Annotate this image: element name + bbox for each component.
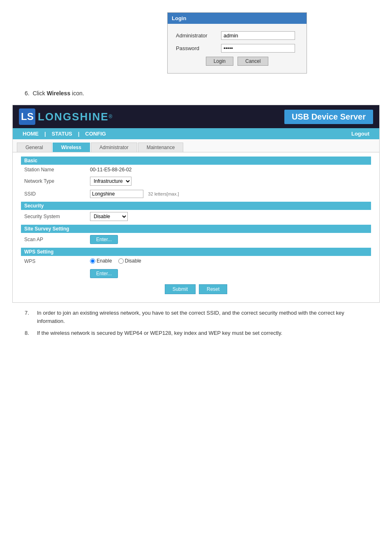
step8-text: If the wireless network is secured by WE… — [37, 329, 282, 338]
step7: 7. In order to join an existing wireless… — [25, 309, 367, 326]
nav-config[interactable]: CONFIG — [79, 128, 112, 139]
basic-table: Station Name 00-11-E5-88-26-02 Network T… — [21, 165, 371, 200]
steps-section: 7. In order to join an existing wireless… — [0, 303, 392, 347]
password-row: Password — [176, 44, 298, 53]
scan-ap-label: Scan AP — [21, 233, 87, 246]
reset-button[interactable]: Reset — [199, 284, 227, 294]
tab-wireless[interactable]: Wireless — [53, 143, 90, 152]
step8: 8. If the wireless network is secured by… — [25, 329, 367, 338]
administrator-label: Administrator — [176, 32, 221, 39]
wps-enable-label[interactable]: Enable — [90, 258, 112, 264]
wps-row: WPS Enable Disable — [21, 256, 371, 267]
station-name-row: Station Name 00-11-E5-88-26-02 — [21, 165, 371, 175]
nav-status[interactable]: STATUS — [46, 128, 78, 139]
wps-enable-radio[interactable] — [90, 258, 95, 264]
wps-enter-button[interactable]: Enter... — [90, 269, 118, 278]
wps-enter-spacer — [21, 267, 87, 280]
section-wps-header: WPS Setting — [21, 248, 371, 256]
cancel-button[interactable]: Cancel — [238, 57, 268, 66]
section-security-header: Security — [21, 202, 371, 210]
security-table: Security System Disable WEP64 WEP128 WPA… — [21, 210, 371, 223]
login-box: Login Administrator Password Login Cance… — [167, 12, 307, 74]
submit-button[interactable]: Submit — [165, 284, 196, 294]
usb-device-server-title: USB Device Server — [284, 110, 373, 124]
step6-prefix: Click — [32, 90, 46, 97]
nav-logout[interactable]: Logout — [346, 128, 375, 139]
tab-administrator[interactable]: Administrator — [91, 143, 137, 152]
wps-disable-radio[interactable] — [118, 258, 124, 264]
step8-num: 8. — [25, 329, 33, 338]
ssid-label: SSID — [21, 188, 87, 200]
wps-enable-text: Enable — [97, 258, 112, 264]
password-label: Password — [176, 45, 221, 51]
ssid-input[interactable] — [90, 190, 143, 198]
nav-home[interactable]: HOME — [17, 128, 44, 139]
station-name-label: Station Name — [21, 165, 87, 175]
network-type-label: Network Type — [21, 175, 87, 188]
login-section: Login Administrator Password Login Cance… — [0, 12, 392, 74]
logo-area: LS LONGSHINE® — [19, 108, 112, 125]
step6-suffix: icon. — [70, 90, 84, 97]
nav-bar: HOME | STATUS | CONFIG Logout — [13, 128, 379, 139]
security-system-row: Security System Disable WEP64 WEP128 WPA… — [21, 210, 371, 223]
wps-enter-row: Enter... — [21, 267, 371, 280]
admin-input[interactable] — [221, 31, 295, 40]
ssid-hint: 32 letters[max.] — [148, 191, 179, 196]
scan-ap-row: Scan AP Enter... — [21, 233, 371, 246]
section-site-survey-header: Site Survey Setting — [21, 225, 371, 233]
wps-label: WPS — [21, 256, 87, 267]
login-button[interactable]: Login — [206, 57, 233, 66]
wps-table: WPS Enable Disable Enter... — [21, 256, 371, 280]
step6-text: 6. Click Wireless icon. — [0, 86, 392, 105]
panel-header: LS LONGSHINE® USB Device Server — [13, 105, 379, 128]
tabs-row: General Wireless Administrator Maintenan… — [13, 139, 379, 152]
security-system-select[interactable]: Disable WEP64 WEP128 WPA-PSK WPA2-PSK — [90, 212, 128, 221]
step7-num: 7. — [25, 309, 33, 326]
section-basic-header: Basic — [21, 157, 371, 165]
wps-disable-label[interactable]: Disable — [118, 258, 141, 264]
ssid-row: SSID 32 letters[max.] — [21, 188, 371, 200]
step6-wireless: Wireless — [47, 90, 70, 97]
tab-maintenance[interactable]: Maintenance — [138, 143, 184, 152]
content-area: Basic Station Name 00-11-E5-88-26-02 Net… — [13, 152, 379, 302]
step7-text: In order to join an existing wireless ne… — [37, 309, 367, 326]
security-system-label: Security System — [21, 210, 87, 223]
station-name-value: 00-11-E5-88-26-02 — [90, 167, 131, 173]
device-panel: LS LONGSHINE® USB Device Server HOME | S… — [12, 105, 380, 303]
wps-disable-text: Disable — [125, 258, 141, 264]
login-buttons: Login Cancel — [176, 57, 298, 66]
bottom-buttons: Submit Reset — [21, 284, 371, 294]
network-type-select[interactable]: Infrastructure Ad-Hoc — [90, 177, 131, 186]
login-body: Administrator Password Login Cancel — [168, 24, 307, 73]
tab-general[interactable]: General — [17, 143, 52, 152]
admin-row: Administrator — [176, 31, 298, 40]
password-input[interactable] — [221, 44, 295, 53]
svg-text:LS: LS — [21, 111, 34, 122]
login-title: Login — [168, 13, 307, 24]
logo-icon: LS — [19, 108, 35, 125]
site-survey-table: Scan AP Enter... — [21, 233, 371, 246]
logo-text: LONGSHINE® — [38, 111, 112, 123]
scan-ap-enter-button[interactable]: Enter... — [90, 235, 118, 244]
network-type-row: Network Type Infrastructure Ad-Hoc — [21, 175, 371, 188]
